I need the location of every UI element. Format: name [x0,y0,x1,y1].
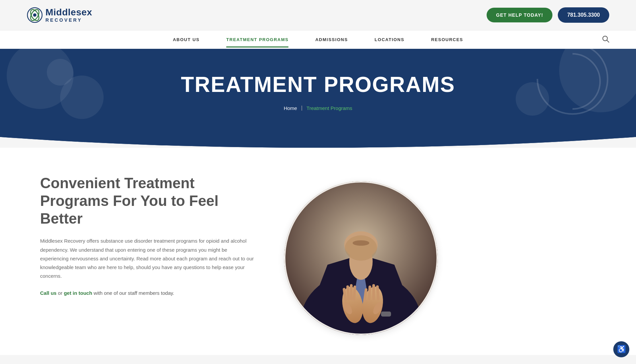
content-heading: Convenient Treatment Programs For You to… [40,174,254,227]
main-nav: ABOUT US TREATMENT PROGRAMS ADMISSIONS L… [0,30,636,49]
hero-content: TREATMENT PROGRAMS Home | Treatment Prog… [0,72,636,111]
svg-rect-28 [381,312,391,317]
svg-rect-20 [350,284,353,300]
logo-brand: Middlesex [45,7,92,18]
content-cta: Call us or get in touch with one of our … [40,289,254,297]
logo-subtitle: RECOVERY [45,18,92,23]
cta-touch-link[interactable]: get in touch [64,290,92,296]
accessibility-button[interactable]: ♿ [613,341,629,355]
breadcrumb-home[interactable]: Home [284,105,297,111]
person-illustration [284,181,438,335]
breadcrumb: Home | Treatment Programs [0,105,636,111]
nav-item-about[interactable]: ABOUT US [173,32,200,47]
content-image [284,181,438,335]
content-body: Middlesex Recovery offers substance use … [40,237,254,280]
accessibility-icon: ♿ [617,345,626,354]
hero-banner: TREATMENT PROGRAMS Home | Treatment Prog… [0,49,636,148]
get-help-button[interactable]: GET HELP TODAY! [487,8,552,22]
content-right [281,174,441,335]
content-left: Convenient Treatment Programs For You to… [40,174,254,297]
svg-rect-24 [372,284,375,300]
search-icon[interactable] [602,35,609,44]
logo-icon [27,7,43,23]
logo[interactable]: Middlesex RECOVERY [27,7,92,23]
svg-line-5 [607,40,609,42]
svg-point-3 [33,13,36,17]
main-content: Convenient Treatment Programs For You to… [0,148,636,355]
nav-item-admissions[interactable]: ADMISSIONS [315,32,348,47]
cta-call-link[interactable]: Call us [40,290,56,296]
svg-point-14 [345,235,377,261]
nav-item-treatment[interactable]: TREATMENT PROGRAMS [226,32,288,47]
breadcrumb-separator: | [301,105,302,111]
hero-title: TREATMENT PROGRAMS [0,72,636,97]
header-actions: GET HELP TODAY! 781.305.3300 [487,7,609,23]
site-header: Middlesex RECOVERY GET HELP TODAY! 781.3… [0,0,636,30]
nav-item-locations[interactable]: LOCATIONS [375,32,404,47]
cta-middle-text: or [56,290,64,296]
cta-suffix-text: with one of our staff members today. [92,290,174,296]
nav-item-resources[interactable]: RESOURCES [431,32,463,47]
logo-text: Middlesex RECOVERY [45,7,92,23]
breadcrumb-current: Treatment Programs [306,105,352,111]
svg-point-15 [353,240,369,246]
phone-button[interactable]: 781.305.3300 [558,7,609,23]
